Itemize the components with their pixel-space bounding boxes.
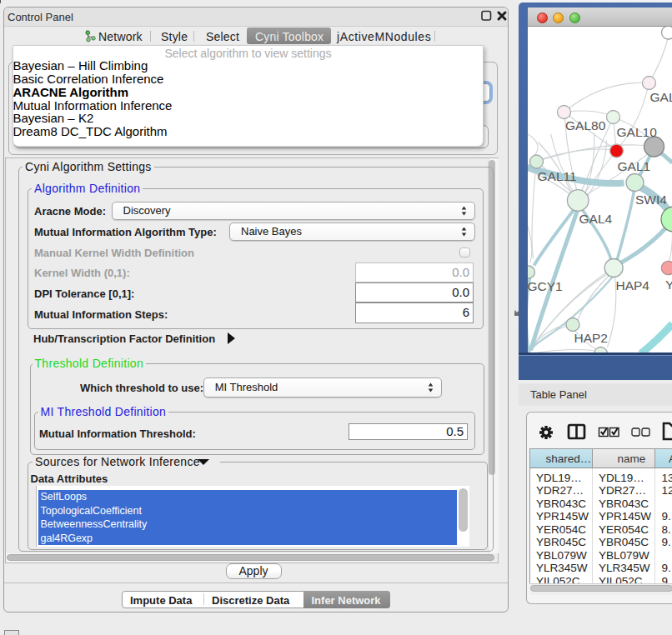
svg-text:GAL80: GAL80 xyxy=(565,118,606,132)
svg-text:SWI4: SWI4 xyxy=(635,192,667,206)
svg-text:GAL10: GAL10 xyxy=(616,124,657,138)
svg-text:GAL1: GAL1 xyxy=(617,158,650,172)
svg-text:YJR048W: YJR048W xyxy=(665,277,672,291)
svg-text:GCY1: GCY1 xyxy=(528,279,563,293)
svg-text:HAP4: HAP4 xyxy=(615,278,649,292)
svg-text:HAP2: HAP2 xyxy=(574,331,608,345)
svg-text:GAL4: GAL4 xyxy=(579,212,612,226)
svg-text:GAL11: GAL11 xyxy=(537,168,576,182)
svg-text:GAL2: GAL2 xyxy=(649,89,672,103)
